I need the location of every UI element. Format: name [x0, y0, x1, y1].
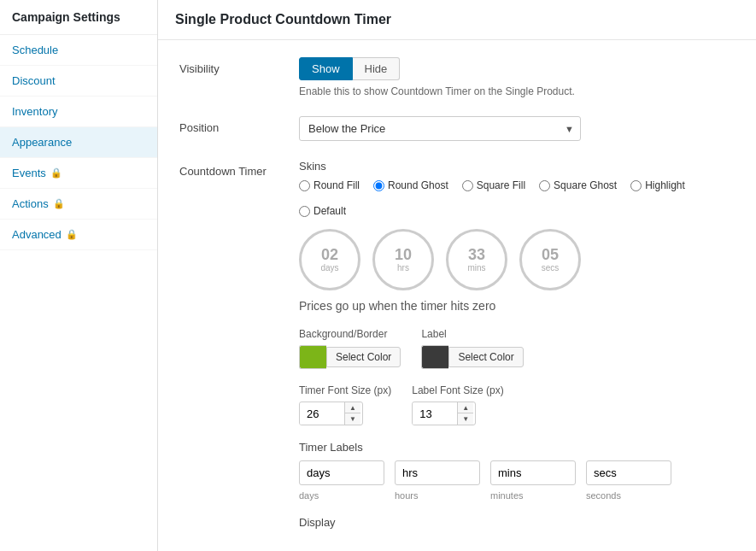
timer-mins-label: mins	[467, 263, 485, 273]
timer-days-value: 02	[321, 247, 338, 264]
background-border-label: Background/Border	[299, 328, 401, 340]
position-label: Position	[179, 116, 299, 134]
label-font-size-down[interactable]: ▼	[458, 413, 473, 425]
sidebar-item-label: Inventory	[12, 105, 57, 118]
label-color-label: Label	[421, 328, 523, 340]
skin-round-fill-radio[interactable]	[299, 180, 310, 191]
skin-default-radio[interactable]	[299, 206, 310, 217]
visibility-controls: Show Hide Enable this to show Countdown …	[299, 57, 575, 97]
timer-preview: 02 days 10 hrs 33 mins 05	[299, 229, 735, 290]
content-area: Visibility Show Hide Enable this to show…	[158, 40, 756, 551]
label-color-select-button[interactable]: Select Color	[448, 347, 523, 367]
background-border-group: Background/Border Select Color	[299, 328, 401, 369]
sidebar-item-label: Actions	[12, 197, 49, 210]
skin-highlight-radio[interactable]	[630, 180, 642, 191]
label-color-picker: Select Color	[421, 345, 523, 369]
skin-square-fill-label: Square Fill	[477, 179, 525, 191]
main-content: Single Product Countdown Timer Visibilit…	[158, 0, 756, 551]
skin-square-ghost-label: Square Ghost	[554, 179, 617, 191]
skin-round-fill[interactable]: Round Fill	[299, 179, 360, 191]
position-select-wrapper: Below the Price Above the Price After Ad…	[299, 116, 581, 141]
skin-square-ghost-radio[interactable]	[539, 180, 550, 191]
label-font-size-input[interactable]	[413, 403, 457, 425]
sidebar-item-discount[interactable]: Discount	[0, 66, 157, 97]
sidebar-item-actions[interactable]: Actions 🔒	[0, 189, 157, 220]
sidebar-item-inventory[interactable]: Inventory	[0, 97, 157, 127]
label-font-size-group: Label Font Size (px) ▲ ▼	[412, 384, 503, 425]
label-color-swatch[interactable]	[421, 345, 448, 369]
position-row: Position Below the Price Above the Price…	[179, 116, 735, 141]
skins-label: Skins	[299, 160, 735, 173]
timer-label-secs-input[interactable]	[586, 460, 671, 485]
timer-secs-value: 05	[542, 247, 559, 264]
sidebar-item-label: Discount	[12, 74, 56, 87]
display-label: Display	[299, 516, 735, 529]
timer-circle-secs: 05 secs	[519, 229, 581, 290]
sidebar-item-appearance[interactable]: Appearance	[0, 127, 157, 158]
skin-round-ghost[interactable]: Round Ghost	[373, 179, 448, 191]
timer-font-size-spinners: ▲ ▼	[344, 402, 360, 425]
lock-icon: 🔒	[50, 167, 62, 179]
visibility-label: Visibility	[179, 57, 299, 75]
fontsize-row: Timer Font Size (px) ▲ ▼ Label Font Size…	[299, 384, 735, 425]
timer-circle-mins: 33 mins	[446, 229, 507, 290]
timer-circle-hrs: 10 hrs	[372, 229, 434, 290]
sidebar-item-label: Appearance	[12, 136, 72, 149]
lock-icon: 🔒	[53, 198, 65, 209]
timer-circle-days: 02 days	[299, 229, 360, 290]
skin-square-fill-radio[interactable]	[462, 180, 473, 191]
skin-highlight[interactable]: Highlight	[630, 179, 685, 191]
position-select[interactable]: Below the Price Above the Price After Ad…	[299, 116, 581, 141]
label-color-group: Label Select Color	[421, 328, 523, 369]
timer-label-hint-minutes: minutes	[490, 490, 576, 501]
label-font-size-spinners: ▲ ▼	[457, 402, 473, 425]
background-color-select-button[interactable]: Select Color	[326, 347, 401, 367]
skin-round-ghost-radio[interactable]	[373, 180, 384, 191]
lock-icon: 🔒	[66, 229, 78, 240]
timer-message: Prices go up when the timer hits zero	[299, 299, 735, 313]
label-font-size-up[interactable]: ▲	[458, 402, 473, 413]
show-button[interactable]: Show	[299, 57, 353, 80]
timer-days-label: days	[320, 263, 338, 273]
timer-font-size-up[interactable]: ▲	[345, 402, 360, 413]
timer-font-size-wrap: ▲ ▼	[299, 402, 363, 425]
label-font-size-wrap: ▲ ▼	[412, 402, 476, 425]
timer-labels-inputs	[299, 460, 735, 485]
timer-labels-section: Timer Labels days hours minutes seconds	[299, 441, 735, 501]
visibility-row: Visibility Show Hide Enable this to show…	[179, 57, 735, 97]
timer-label-hint-seconds: seconds	[586, 490, 671, 501]
background-color-swatch[interactable]	[299, 345, 326, 369]
timer-label-hrs-input[interactable]	[395, 460, 480, 485]
timer-secs-label: secs	[542, 263, 560, 273]
timer-label-days-input[interactable]	[299, 460, 384, 485]
timer-font-size-group: Timer Font Size (px) ▲ ▼	[299, 384, 391, 425]
sidebar-item-label: Advanced	[12, 228, 62, 241]
sidebar-item-advanced[interactable]: Advanced 🔒	[0, 220, 157, 250]
color-row: Background/Border Select Color Label Sel…	[299, 328, 735, 369]
skin-square-ghost[interactable]: Square Ghost	[539, 179, 617, 191]
timer-label-mins-input[interactable]	[490, 460, 576, 485]
sidebar-item-label: Schedule	[12, 44, 58, 56]
skin-highlight-label: Highlight	[645, 179, 685, 191]
timer-labels-hints: days hours minutes seconds	[299, 490, 735, 501]
skin-round-ghost-label: Round Ghost	[388, 179, 448, 191]
timer-label-hint-days: days	[299, 490, 384, 501]
skins-options: Round Fill Round Ghost Square Fill	[299, 179, 735, 217]
sidebar-item-events[interactable]: Events 🔒	[0, 158, 157, 189]
timer-font-size-label: Timer Font Size (px)	[299, 384, 391, 396]
timer-labels-title: Timer Labels	[299, 441, 735, 454]
timer-hrs-value: 10	[395, 247, 412, 264]
skin-default[interactable]: Default	[299, 205, 346, 217]
visibility-note: Enable this to show Countdown Timer on t…	[299, 85, 575, 97]
sidebar-item-label: Events	[12, 167, 46, 179]
countdown-timer-label: Countdown Timer	[179, 160, 299, 178]
skin-round-fill-label: Round Fill	[314, 179, 360, 191]
timer-font-size-down[interactable]: ▼	[345, 413, 360, 425]
timer-mins-value: 33	[468, 247, 485, 264]
sidebar: Campaign Settings Schedule Discount Inve…	[0, 0, 158, 551]
hide-button[interactable]: Hide	[353, 57, 401, 80]
timer-label-hint-hours: hours	[395, 490, 480, 501]
sidebar-item-schedule[interactable]: Schedule	[0, 35, 157, 66]
skin-square-fill[interactable]: Square Fill	[462, 179, 525, 191]
timer-font-size-input[interactable]	[300, 403, 344, 425]
